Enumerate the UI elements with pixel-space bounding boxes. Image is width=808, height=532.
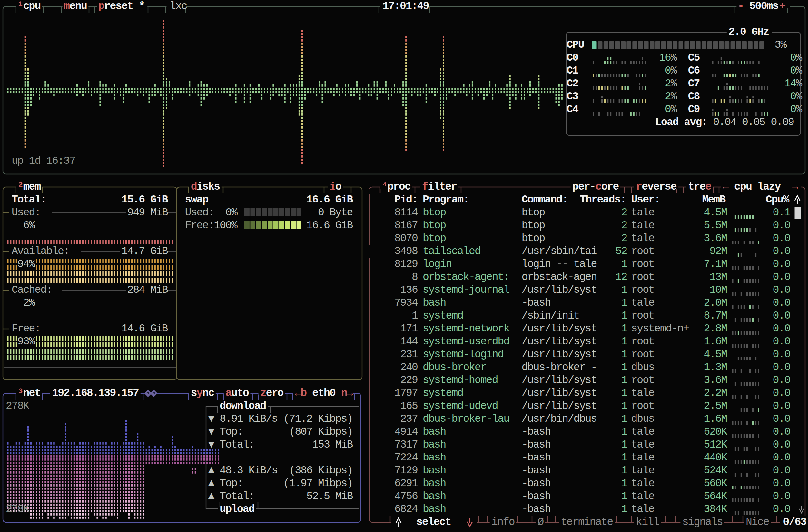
svg-text:?: ? [146, 391, 149, 397]
svg-text:?: ? [152, 391, 155, 397]
